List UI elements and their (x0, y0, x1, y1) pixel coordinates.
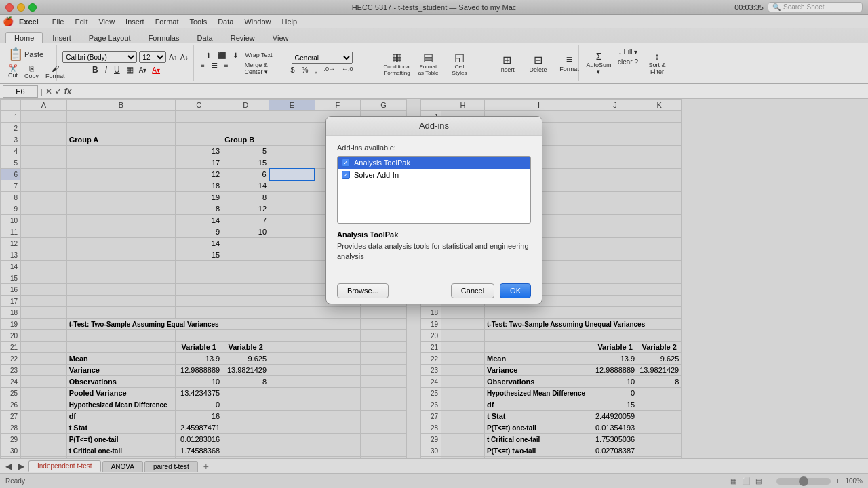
addins-section-label: Add-ins available: (337, 144, 531, 152)
addin-name-1: Analysis ToolPak (354, 159, 410, 167)
addin-item-solver[interactable]: ✓ Solver Add-In (338, 169, 530, 181)
addin-description-title: Analysis ToolPak (337, 230, 531, 239)
modal-footer: Browse... Cancel OK (326, 278, 542, 304)
addin-description-section: Analysis ToolPak Provides data analysis … (337, 230, 531, 262)
cancel-button[interactable]: Cancel (451, 283, 494, 298)
addin-item-analysis-toolpak[interactable]: ✓ Analysis ToolPak (338, 157, 530, 169)
addin-checkbox-2[interactable]: ✓ (342, 171, 350, 179)
modal-title: Add-ins (326, 117, 542, 136)
addins-dialog: Add-ins Add-ins available: ✓ Analysis To… (326, 116, 542, 305)
modal-overlay: Add-ins Add-ins available: ✓ Analysis To… (0, 0, 868, 488)
addin-checkbox-1[interactable]: ✓ (342, 159, 350, 167)
browse-button[interactable]: Browse... (337, 283, 389, 298)
ok-button[interactable]: OK (500, 283, 531, 298)
addin-description-text: Provides data analysis tools for statist… (337, 241, 531, 262)
addins-list[interactable]: ✓ Analysis ToolPak ✓ Solver Add-In (337, 156, 531, 224)
modal-body: Add-ins available: ✓ Analysis ToolPak ✓ … (326, 136, 542, 279)
addin-name-2: Solver Add-In (354, 171, 399, 179)
